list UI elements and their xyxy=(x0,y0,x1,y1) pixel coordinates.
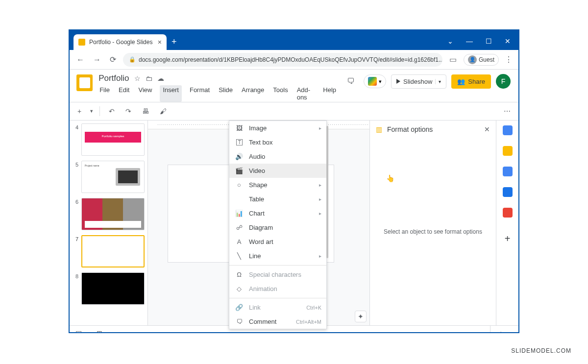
browser-menu-icon[interactable]: ⋮ xyxy=(504,55,514,64)
slideshow-button[interactable]: Slideshow ▾ xyxy=(391,74,446,89)
slideshow-label: Slideshow xyxy=(403,78,432,85)
menu-insert[interactable]: Insert xyxy=(160,85,182,102)
insert-menu-chart[interactable]: 📊Chart▸ xyxy=(229,206,326,220)
menu-item-label: Diagram xyxy=(249,224,273,231)
menu-slide[interactable]: Slide xyxy=(218,85,234,102)
explore-button[interactable]: ✦ xyxy=(355,311,367,322)
maps-icon[interactable] xyxy=(503,208,513,218)
share-button[interactable]: 👥 Share xyxy=(451,74,491,89)
tasks-icon[interactable] xyxy=(503,167,513,176)
more-tools-icon[interactable]: ⋯ xyxy=(501,105,514,117)
chevron-down-icon: ▾ xyxy=(379,78,382,85)
audio-icon: 🔊 xyxy=(235,153,243,160)
print-button[interactable]: 🖶 xyxy=(139,105,152,117)
slide-panel[interactable]: 45678 xyxy=(70,121,148,325)
insert-menu-diagram[interactable]: ☍Diagram xyxy=(229,220,326,235)
menu-arrange[interactable]: Arrange xyxy=(241,85,265,102)
window-maximize-icon[interactable]: ☐ xyxy=(486,37,492,45)
slide-thumb[interactable]: 4 xyxy=(73,123,145,156)
move-icon[interactable]: 🗀 xyxy=(146,74,152,82)
insert-menu-video[interactable]: 🎬Video xyxy=(229,164,326,178)
window-close-icon[interactable]: ✕ xyxy=(505,37,511,45)
slide-number: 8 xyxy=(73,272,78,305)
doc-title[interactable]: Portfolio xyxy=(98,73,129,83)
back-button[interactable]: ← xyxy=(74,55,86,64)
play-icon xyxy=(396,79,400,84)
new-tab-button[interactable]: + xyxy=(167,37,182,50)
calendar-icon[interactable] xyxy=(503,125,513,135)
share-icon: 👥 xyxy=(457,78,465,85)
slide-thumb[interactable]: 5 xyxy=(73,161,145,193)
slideshow-dropdown-icon[interactable]: ▾ xyxy=(435,79,441,84)
insert-menu-line[interactable]: ╲Line▸ xyxy=(229,249,326,263)
insert-menu-comment[interactable]: 🗨CommentCtrl+Alt+M xyxy=(229,315,326,329)
menu-file[interactable]: File xyxy=(98,85,111,102)
insert-menu-special-characters: ΩSpecial characters xyxy=(229,267,326,282)
grid-view-icon[interactable]: ⊞ xyxy=(97,329,102,334)
redo-button[interactable]: ↷ xyxy=(122,105,134,117)
toolbar: + ▼ ↶ ↷ 🖶 🖌 ʌ 🗨+ ⋯ xyxy=(70,102,518,121)
app-header: Portfolio ☆ 🗀 ☁ FileEditViewInsertFormat… xyxy=(70,70,518,102)
insert-menu-word-art[interactable]: AWord art xyxy=(229,235,326,249)
insert-menu-audio[interactable]: 🔊Audio xyxy=(229,149,326,164)
diagram-icon: ☍ xyxy=(235,224,243,231)
keep-icon[interactable] xyxy=(503,146,513,156)
reload-button[interactable]: ⟳ xyxy=(108,55,118,64)
insert-menu-table[interactable]: Table▸ xyxy=(229,192,326,206)
browser-tab[interactable]: Portfolio - Google Slides × xyxy=(74,34,167,50)
chevron-down-icon[interactable]: ▼ xyxy=(89,109,94,114)
expand-sidepanel-icon[interactable]: › xyxy=(490,326,513,333)
close-panel-icon[interactable]: ✕ xyxy=(484,125,490,133)
meet-button[interactable]: ▾ xyxy=(364,74,386,88)
comment-history-icon[interactable]: 🗨 xyxy=(343,73,359,89)
menu-view[interactable]: View xyxy=(137,85,153,102)
slide-number: 4 xyxy=(73,123,78,156)
insert-menu-image[interactable]: 🖼Image▸ xyxy=(229,121,326,135)
user-avatar[interactable]: F xyxy=(496,74,511,89)
undo-button[interactable]: ↶ xyxy=(106,105,118,117)
browser-window: Portfolio - Google Slides × + ⌄ — ☐ ✕ ← … xyxy=(69,29,519,333)
word-art-icon: A xyxy=(235,238,243,245)
contacts-icon[interactable] xyxy=(503,187,513,197)
window-minimize-icon[interactable]: — xyxy=(466,37,473,45)
insert-menu-shape[interactable]: ○Shape▸ xyxy=(229,178,326,192)
menu-help[interactable]: Help xyxy=(322,85,337,102)
tab-close-icon[interactable]: × xyxy=(158,38,162,46)
menu-item-label: Word art xyxy=(249,238,273,245)
get-addons-icon[interactable]: + xyxy=(505,233,511,244)
url-bar[interactable]: 🔒 docs.google.com/presentation/d/1KBPElo… xyxy=(123,53,442,67)
paint-format-button[interactable]: 🖌 xyxy=(157,105,170,117)
slide-thumb[interactable]: 7 xyxy=(73,235,145,267)
canvas-area[interactable]: ✦ 🖼Image▸🅃Text box🔊Audio🎬Video○Shape▸Tab… xyxy=(148,121,369,325)
format-options-title: Format options xyxy=(387,125,433,133)
animation-icon: ◇ xyxy=(235,285,243,292)
menu-add-ons[interactable]: Add-ons xyxy=(296,85,316,102)
image-icon: 🖼 xyxy=(235,124,243,132)
menu-format[interactable]: Format xyxy=(189,85,211,102)
slide-thumbnail xyxy=(81,123,145,156)
profile-pill[interactable]: 👤 Guest xyxy=(464,54,499,66)
mouse-cursor-icon: 👆 xyxy=(386,174,394,182)
reading-list-icon[interactable]: ▭ xyxy=(447,55,459,64)
insert-menu-text-box[interactable]: 🅃Text box xyxy=(229,135,326,149)
lock-icon: 🔒 xyxy=(129,56,136,63)
slide-thumb[interactable]: 8 xyxy=(73,272,145,305)
submenu-arrow-icon: ▸ xyxy=(319,211,321,216)
slide-number: 5 xyxy=(73,161,78,193)
star-icon[interactable]: ☆ xyxy=(134,74,141,82)
guest-label: Guest xyxy=(479,56,494,63)
slide-thumb[interactable]: 6 xyxy=(73,198,145,230)
window-caret-icon[interactable]: ⌄ xyxy=(447,37,453,45)
filmstrip-view-icon[interactable]: ▤ xyxy=(75,329,82,334)
menu-item-label: Image xyxy=(249,124,267,132)
menu-tools[interactable]: Tools xyxy=(272,85,289,102)
cloud-status-icon[interactable]: ☁ xyxy=(157,74,164,82)
menu-item-label: Text box xyxy=(249,139,272,146)
slides-logo-icon[interactable] xyxy=(76,74,93,91)
new-slide-button[interactable]: + xyxy=(74,105,84,117)
menu-edit[interactable]: Edit xyxy=(118,85,130,102)
forward-button[interactable]: → xyxy=(91,55,103,64)
meet-icon xyxy=(368,77,377,86)
menu-item-label: Table xyxy=(249,195,264,203)
guest-avatar-icon: 👤 xyxy=(468,55,477,64)
